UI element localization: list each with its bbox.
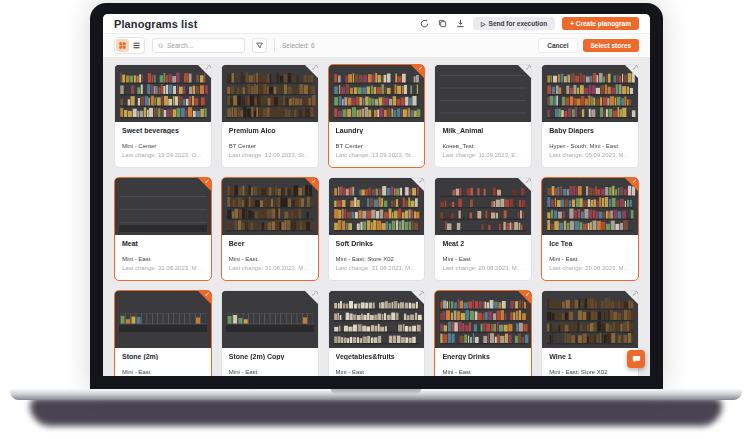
card-last-change: Last change: 31.08.2023, Mariia Horova	[229, 265, 311, 271]
card-body: Wine 1 Mini - East; Store X02	[542, 348, 638, 376]
card-location: Mini - Center	[122, 143, 204, 149]
check-icon[interactable]: ✓	[312, 178, 317, 185]
card-title: Ice Tea	[549, 240, 631, 247]
card-location: Mini - East; Store X02	[336, 256, 418, 262]
check-icon[interactable]: ✓	[418, 178, 423, 185]
check-icon[interactable]: ✓	[632, 178, 637, 185]
planogram-card[interactable]: ✓ Energy Drinks Mini - East	[434, 290, 532, 376]
header-actions: ▷ Send for execution + Create planogram	[419, 17, 639, 30]
sync-icon[interactable]	[419, 18, 430, 29]
cancel-label: Cancel	[547, 42, 568, 49]
check-icon[interactable]: ✓	[205, 291, 210, 298]
select-stores-label: Select stores	[591, 42, 631, 49]
card-location: Mini - East	[336, 369, 418, 375]
check-icon[interactable]: ✓	[525, 65, 530, 72]
card-title: Laundry	[336, 127, 418, 134]
card-body: Meat Mini - East Last change: 31.08.2023…	[115, 235, 211, 271]
laptop-screen: Planograms list	[90, 3, 663, 390]
card-body: Milk_Animal Конев_Test Last change: 11.0…	[435, 122, 531, 158]
card-body: Energy Drinks Mini - East	[435, 348, 531, 376]
list-view-icon[interactable]	[130, 39, 143, 52]
check-icon[interactable]: ✓	[632, 291, 637, 298]
check-icon[interactable]: ✓	[525, 291, 530, 298]
card-last-change: Last change: 31.08.2023, Mariia Horova	[336, 265, 418, 271]
card-title: Baby Diapers	[549, 127, 631, 134]
laptop-base-notch	[331, 389, 421, 394]
planogram-thumbnail: ✓	[435, 65, 531, 122]
planogram-card[interactable]: ✓ Stone (2m) Mini - East	[114, 290, 212, 376]
cancel-button[interactable]: Cancel	[539, 39, 576, 52]
planogram-thumbnail: ✓	[115, 178, 211, 235]
search-input[interactable]	[167, 42, 239, 49]
planogram-card[interactable]: ✓ Soft Drinks Mini - East; Store X02 Las…	[328, 177, 426, 281]
check-icon[interactable]: ✓	[312, 291, 317, 298]
card-body: Meat 2 Mini - East Last change: 29.08.20…	[435, 235, 531, 271]
card-location: BT Center	[229, 143, 311, 149]
chat-icon	[632, 355, 641, 364]
planogram-card[interactable]: ✓ Meat Mini - East Last change: 31.08.20…	[114, 177, 212, 281]
planogram-card[interactable]: ✓ Meat 2 Mini - East Last change: 29.08.…	[434, 177, 532, 281]
card-body: Stone (2m) Mini - East	[115, 348, 211, 376]
card-last-change: Last change: 29.08.2023, Mariia Horova	[442, 265, 524, 271]
planogram-card[interactable]: ✓ Vegetables&fruits Mini - East	[328, 290, 426, 376]
card-location: Mini - East	[549, 256, 631, 262]
planogram-card[interactable]: ✓ Baby Diapers Hyper - South; Mini - Eas…	[541, 64, 639, 168]
send-for-execution-button[interactable]: ▷ Send for execution	[473, 17, 555, 30]
send-for-execution-label: Send for execution	[489, 20, 548, 27]
card-body: Laundry BT Center Last change: 13.09.202…	[329, 122, 425, 158]
planogram-card[interactable]: ✓ Milk_Animal Конев_Test Last change: 11…	[434, 64, 532, 168]
planogram-card[interactable]: ✓ Laundry BT Center Last change: 13.09.2…	[328, 64, 426, 168]
planogram-card[interactable]: ✓ Wine 1 Mini - East; Store X02	[541, 290, 639, 376]
duplicate-icon[interactable]	[437, 18, 448, 29]
card-location: BT Center	[336, 143, 418, 149]
card-title: Meat	[122, 240, 204, 247]
app-toolbar: Selected: 6 Cancel Select stores	[103, 34, 650, 58]
card-body: Soft Drinks Mini - East; Store X02 Last …	[329, 235, 425, 271]
planogram-card[interactable]: ✓ Sweet beverages Mini - Center Last cha…	[114, 64, 212, 168]
planogram-card[interactable]: ✓ Premium Alco BT Center Last change: 12…	[221, 64, 319, 168]
card-title: Wine 1	[549, 353, 631, 360]
send-icon: ▷	[481, 21, 486, 27]
search-icon	[158, 43, 164, 49]
planogram-thumbnail: ✓	[435, 178, 531, 235]
card-title: Beer	[229, 240, 311, 247]
card-body: Ice Tea Mini - East Last change: 29.08.2…	[542, 235, 638, 271]
create-planogram-button[interactable]: + Create planogram	[562, 17, 639, 30]
chat-fab-button[interactable]	[627, 350, 645, 368]
view-toggle	[114, 37, 145, 54]
card-location: Mini - East	[229, 369, 311, 375]
card-location: Mini - East	[442, 369, 524, 375]
planogram-thumbnail: ✓	[542, 178, 638, 235]
planogram-thumbnail: ✓	[222, 291, 318, 348]
check-icon[interactable]: ✓	[418, 291, 423, 298]
check-icon[interactable]: ✓	[205, 65, 210, 72]
check-icon[interactable]: ✓	[312, 65, 317, 72]
card-location: Mini - East	[229, 256, 311, 262]
download-icon[interactable]	[455, 18, 466, 29]
planogram-card[interactable]: ✓ Ice Tea Mini - East Last change: 29.08…	[541, 177, 639, 281]
card-last-change: Last change: 29.08.2023, Mariia Horova	[549, 265, 631, 271]
grid-view-icon[interactable]	[116, 39, 129, 52]
select-stores-button[interactable]: Select stores	[583, 39, 639, 52]
toolbar-actions: Cancel Select stores	[539, 39, 639, 52]
card-title: Premium Alco	[229, 127, 311, 134]
card-body: Vegetables&fruits Mini - East	[329, 348, 425, 376]
card-last-change: Last change: 31.08.2023, Mariia Horova	[122, 265, 204, 271]
check-icon[interactable]: ✓	[418, 65, 423, 72]
check-icon[interactable]: ✓	[205, 178, 210, 185]
check-icon[interactable]: ✓	[525, 178, 530, 185]
filter-button[interactable]	[252, 38, 267, 53]
planogram-thumbnail: ✓	[115, 65, 211, 122]
laptop-shadow	[30, 398, 722, 426]
selected-count: Selected: 6	[282, 42, 315, 49]
planogram-card[interactable]: ✓ Stone (2m) Copy Mini - East	[221, 290, 319, 376]
card-title: Sweet beverages	[122, 127, 204, 134]
card-last-change: Last change: 05.09.2023, Mariia Horova	[549, 152, 631, 158]
planogram-thumbnail: ✓	[115, 291, 211, 348]
check-icon[interactable]: ✓	[632, 65, 637, 72]
page-title: Planograms list	[114, 18, 197, 30]
card-body: Baby Diapers Hyper - South; Mini - East …	[542, 122, 638, 158]
planogram-thumbnail: ✓	[329, 65, 425, 122]
card-body: Stone (2m) Copy Mini - East	[222, 348, 318, 376]
planogram-card[interactable]: ✓ Beer Mini - East Last change: 31.08.20…	[221, 177, 319, 281]
